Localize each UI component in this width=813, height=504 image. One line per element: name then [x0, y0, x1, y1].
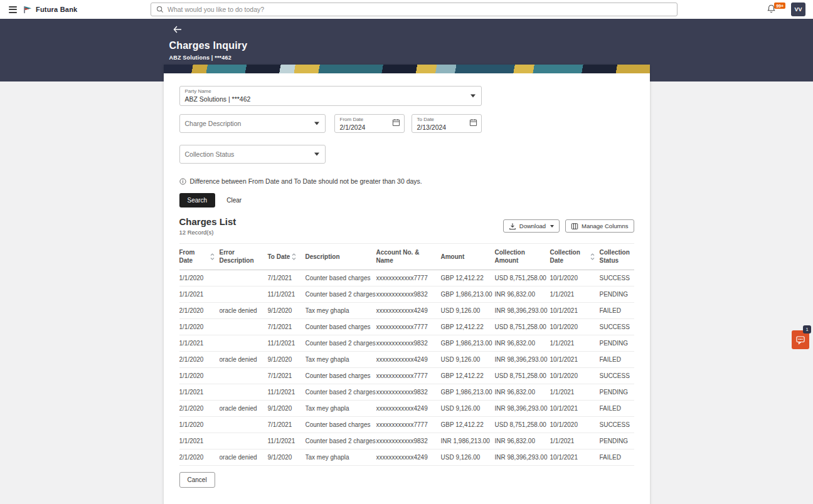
column-header-from-date[interactable]: From Date [179, 244, 220, 270]
table-cell: 9/1/2020 [268, 352, 306, 368]
table-cell: 1/1/2021 [179, 335, 220, 352]
charges-table-head-row: From Date Error Description To Date [179, 244, 634, 270]
table-cell: 9/1/2020 [268, 303, 306, 319]
hamburger-menu-icon[interactable] [9, 4, 17, 14]
download-button[interactable]: Download [503, 219, 560, 233]
table-cell: 10/1/2021 [550, 401, 600, 417]
table-cell: GBP 12,412.22 [441, 319, 495, 335]
table-cell: INR 98,396,293.00 [495, 352, 550, 368]
table-cell: USD 9,126.00 [441, 449, 495, 466]
sort-icon[interactable] [292, 253, 296, 260]
content-area: Party Name ABZ Solutions | ***462 Charge… [0, 65, 813, 504]
table-cell: FAILED [600, 401, 634, 417]
table-cell: USD 9,126.00 [441, 401, 495, 417]
table-cell: 7/1/2021 [268, 319, 306, 335]
charges-inquiry-card: Party Name ABZ Solutions | ***462 Charge… [164, 65, 650, 504]
table-cell: 11/1/2021 [268, 384, 306, 401]
table-cell: 1/1/2020 [179, 368, 220, 384]
table-cell: GBP 1,986,213.00 [441, 335, 495, 352]
column-header-description: Description [306, 244, 376, 270]
table-cell: USD 8,751,258.00 [495, 319, 550, 335]
notifications-button[interactable]: 99+ [767, 4, 785, 14]
party-name-select[interactable]: Party Name ABZ Solutions | ***462 [179, 86, 482, 106]
table-cell: 7/1/2021 [268, 368, 306, 384]
table-row: 1/1/20207/1/2021Counter based chargesxxx… [179, 270, 634, 286]
table-cell: SUCCESS [600, 270, 634, 286]
manage-columns-button[interactable]: Manage Columns [565, 219, 634, 233]
collection-status-select[interactable]: Collection Status [179, 145, 326, 164]
table-cell: GBP 1,986,213.00 [441, 286, 495, 303]
table-cell: 11/1/2021 [268, 433, 306, 449]
to-date-field[interactable]: To Date 2/13/2024 [412, 114, 482, 133]
chat-widget[interactable]: 1 [792, 330, 809, 349]
table-cell: oracle denied [220, 352, 268, 368]
table-cell: 10/1/2021 [550, 352, 600, 368]
table-cell [220, 384, 268, 401]
table-cell: Tax mey ghapla [306, 401, 376, 417]
table-cell: INR 96,832.00 [495, 384, 550, 401]
clear-button[interactable]: Clear [226, 197, 242, 204]
table-cell: 2/1/2020 [179, 303, 220, 319]
column-header-account: Account No. & Name [376, 244, 441, 270]
topbar-right: 99+ VV [767, 3, 807, 16]
search-icon [156, 6, 164, 13]
brand-name: Futura Bank [36, 6, 77, 13]
table-cell: xxxxxxxxxxxx4249 [376, 352, 441, 368]
table-cell [220, 335, 268, 352]
table-cell: 2/1/2020 [179, 401, 220, 417]
table-cell: 1/1/2020 [179, 319, 220, 335]
table-cell: 7/1/2021 [268, 417, 306, 433]
table-cell: xxxxxxxxxxxx7777 [376, 417, 441, 433]
table-cell: oracle denied [220, 401, 268, 417]
column-header-to-date[interactable]: To Date [268, 244, 306, 270]
table-cell: GBP 12,412.22 [441, 417, 495, 433]
table-cell: PENDING [600, 384, 634, 401]
global-search[interactable] [151, 3, 678, 16]
table-cell: oracle denied [220, 303, 268, 319]
topbar: Futura Bank 99+ VV [0, 0, 813, 19]
table-cell: 7/1/2021 [268, 270, 306, 286]
page-title: Charges Inquiry [169, 40, 650, 51]
table-cell: INR 1,986,213.00 [441, 433, 495, 449]
table-cell: PENDING [600, 335, 634, 352]
table-row: 1/1/20207/1/2021Counter based chargesxxx… [179, 319, 634, 335]
table-cell: SUCCESS [600, 319, 634, 335]
charges-table-body: 1/1/20207/1/2021Counter based chargesxxx… [179, 270, 634, 466]
table-cell: Tax mey ghapla [306, 352, 376, 368]
column-header-collection-status: Collection Status [600, 244, 634, 270]
search-button[interactable]: Search [179, 193, 216, 207]
chat-icon [795, 335, 805, 345]
cancel-button[interactable]: Cancel [179, 472, 215, 488]
table-cell: 1/1/2021 [179, 286, 220, 303]
manage-columns-label: Manage Columns [582, 223, 628, 229]
table-row: 1/1/20207/1/2021Counter based chargesxxx… [179, 417, 634, 433]
from-date-field[interactable]: From Date 2/1/2024 [334, 114, 405, 133]
table-cell: SUCCESS [600, 417, 634, 433]
charges-list-title: Charges List [179, 216, 236, 227]
decorative-banner [164, 65, 650, 73]
table-cell: Counter based charges [306, 319, 376, 335]
table-cell: 9/1/2020 [268, 449, 306, 466]
table-row: 2/1/2020oracle denied9/1/2020Tax mey gha… [179, 401, 634, 417]
sort-icon[interactable] [590, 253, 595, 260]
column-header-collection-date[interactable]: Collection Date [550, 244, 600, 270]
table-cell: Tax mey ghapla [306, 449, 376, 466]
table-cell: 11/1/2021 [268, 335, 306, 352]
table-cell: FAILED [600, 449, 634, 466]
avatar[interactable]: VV [791, 3, 805, 16]
table-cell: PENDING [600, 286, 634, 303]
table-cell: Counter based 2 charges [306, 335, 376, 352]
back-button[interactable] [173, 25, 182, 35]
table-row: 1/1/202111/1/2021Counter based 2 charges… [179, 433, 634, 449]
brand[interactable]: Futura Bank [23, 5, 77, 14]
calendar-icon[interactable] [392, 118, 400, 129]
table-row: 2/1/2020oracle denied9/1/2020Tax mey gha… [179, 352, 634, 368]
table-cell: FAILED [600, 352, 634, 368]
charge-description-select[interactable]: Charge Description [179, 114, 326, 133]
table-cell: xxxxxxxxxxxx7777 [376, 319, 441, 335]
column-header-amount: Amount [441, 244, 495, 270]
table-cell: xxxxxxxxxxxx4249 [376, 303, 441, 319]
calendar-icon[interactable] [469, 118, 477, 129]
search-input[interactable] [167, 6, 672, 13]
sort-icon[interactable] [210, 253, 215, 260]
